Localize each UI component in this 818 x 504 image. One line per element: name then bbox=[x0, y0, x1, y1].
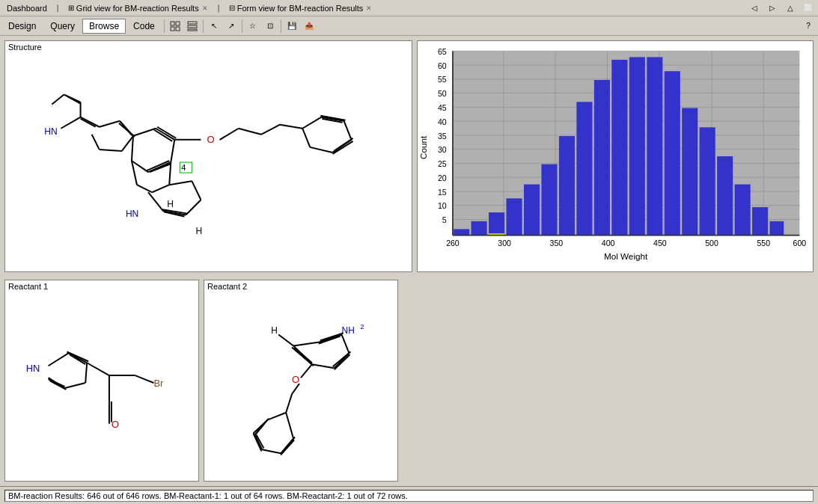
svg-text:45: 45 bbox=[438, 103, 447, 112]
toolbar-sep-2 bbox=[203, 19, 204, 33]
design-menu[interactable]: Design bbox=[1, 19, 43, 34]
svg-text:60: 60 bbox=[438, 61, 447, 70]
svg-text:5: 5 bbox=[442, 215, 447, 224]
svg-rect-91 bbox=[576, 102, 592, 235]
svg-line-42 bbox=[239, 129, 261, 135]
grid-view-tab[interactable]: ⊞ Grid view for BM-reaction Results ✕ bbox=[63, 1, 213, 16]
svg-line-47 bbox=[344, 121, 352, 140]
nav-left-btn[interactable]: ◁ bbox=[746, 1, 763, 16]
save-btn[interactable]: 💾 bbox=[284, 19, 300, 34]
chart-panel: 65 60 55 50 45 40 35 30 25 20 15 10 5 26… bbox=[417, 40, 814, 272]
svg-text:30: 30 bbox=[438, 145, 447, 154]
structure-mol-svg: HN bbox=[5, 53, 412, 271]
pointer-btn[interactable]: ↗ bbox=[223, 19, 239, 34]
dashboard-tab[interactable]: Dashboard bbox=[1, 1, 52, 16]
svg-line-178 bbox=[253, 419, 269, 434]
reactant2-content: H NH 2 bbox=[204, 292, 397, 481]
svg-line-23 bbox=[133, 129, 156, 136]
filter-btn[interactable]: ⊡ bbox=[262, 19, 278, 34]
dashboard-label: Dashboard bbox=[7, 4, 47, 13]
svg-line-38 bbox=[169, 162, 171, 185]
svg-text:O: O bbox=[207, 134, 214, 145]
svg-line-30 bbox=[157, 127, 176, 138]
svg-text:O: O bbox=[112, 419, 119, 430]
export-btn[interactable]: 📤 bbox=[301, 19, 317, 34]
main-content: Structure HN bbox=[0, 36, 818, 486]
code-menu[interactable]: Code bbox=[126, 19, 162, 34]
maximize-btn[interactable]: ⬜ bbox=[800, 1, 817, 16]
svg-line-138 bbox=[50, 381, 67, 390]
svg-line-172 bbox=[286, 413, 293, 439]
svg-line-17 bbox=[122, 136, 133, 151]
reactant2-title: Reactant 2 bbox=[204, 280, 397, 292]
svg-rect-93 bbox=[611, 60, 627, 236]
svg-rect-97 bbox=[682, 108, 698, 235]
svg-line-18 bbox=[100, 150, 122, 151]
svg-text:2: 2 bbox=[360, 323, 364, 331]
svg-line-19 bbox=[92, 135, 100, 150]
svg-line-54 bbox=[332, 141, 352, 154]
bottom-row: Reactant 1 HN bbox=[4, 280, 814, 482]
svg-text:HN: HN bbox=[126, 209, 138, 219]
svg-line-8 bbox=[61, 117, 80, 129]
reactant2-panel: Reactant 2 H NH 2 bbox=[204, 280, 398, 482]
reactant1-content: HN O bbox=[5, 292, 198, 481]
svg-line-166 bbox=[286, 394, 292, 413]
svg-text:10: 10 bbox=[438, 201, 447, 210]
svg-text:55: 55 bbox=[438, 75, 447, 84]
svg-text:550: 550 bbox=[757, 239, 770, 248]
form-view-close-icon[interactable]: ✕ bbox=[366, 4, 372, 12]
svg-line-45 bbox=[302, 117, 321, 129]
svg-line-24 bbox=[156, 129, 174, 140]
svg-rect-84 bbox=[454, 229, 469, 235]
help-btn[interactable]: ? bbox=[800, 19, 817, 34]
browse-menu[interactable]: Browse bbox=[82, 19, 126, 34]
svg-line-139 bbox=[87, 363, 109, 375]
svg-line-9 bbox=[81, 117, 100, 127]
svg-line-43 bbox=[261, 125, 280, 135]
structure-title: Structure bbox=[5, 41, 412, 53]
svg-line-155 bbox=[312, 364, 335, 368]
svg-text:HN: HN bbox=[26, 363, 40, 374]
svg-text:400: 400 bbox=[602, 239, 615, 248]
grid-view-close-icon[interactable]: ✕ bbox=[202, 4, 208, 12]
toolbar-sep-3 bbox=[242, 19, 242, 33]
svg-text:Br: Br bbox=[153, 378, 164, 389]
svg-line-161 bbox=[294, 347, 312, 363]
query-menu[interactable]: Query bbox=[43, 19, 82, 34]
structure-panel: Structure HN bbox=[4, 40, 412, 272]
grid-icon: ⊞ bbox=[68, 4, 74, 12]
reactant1-panel: Reactant 1 HN bbox=[4, 280, 199, 482]
svg-line-152 bbox=[320, 335, 342, 342]
tab-sep-2: ❙ bbox=[216, 4, 222, 12]
svg-rect-87 bbox=[507, 198, 522, 235]
svg-rect-88 bbox=[524, 185, 540, 236]
chart-content: 65 60 55 50 45 40 35 30 25 20 15 10 5 26… bbox=[418, 41, 813, 271]
grid-toggle-btn[interactable] bbox=[167, 19, 183, 34]
svg-line-151 bbox=[293, 342, 320, 345]
svg-text:500: 500 bbox=[705, 239, 718, 248]
svg-line-28 bbox=[132, 136, 133, 161]
form-view-tab[interactable]: ⊟ Form view for BM-reaction Results ✕ bbox=[224, 1, 378, 16]
svg-rect-2 bbox=[171, 27, 174, 31]
svg-line-162 bbox=[292, 347, 314, 366]
svg-text:20: 20 bbox=[438, 173, 447, 182]
svg-line-60 bbox=[169, 181, 192, 185]
svg-text:35: 35 bbox=[438, 132, 447, 141]
svg-line-21 bbox=[119, 123, 135, 137]
svg-text:15: 15 bbox=[438, 188, 447, 197]
svg-line-41 bbox=[220, 129, 239, 140]
cursor-btn[interactable]: ↖ bbox=[206, 19, 222, 34]
svg-rect-99 bbox=[717, 156, 733, 236]
nav-up-btn[interactable]: △ bbox=[782, 1, 799, 16]
svg-line-175 bbox=[281, 440, 294, 455]
form-icon: ⊟ bbox=[229, 4, 235, 12]
nav-right-btn[interactable]: ▷ bbox=[764, 1, 781, 16]
svg-line-49 bbox=[310, 147, 332, 153]
svg-line-165 bbox=[292, 384, 299, 394]
svg-line-12 bbox=[52, 95, 64, 105]
form-toggle-btn[interactable] bbox=[184, 19, 201, 34]
star-btn[interactable]: ☆ bbox=[245, 19, 261, 34]
svg-rect-4 bbox=[188, 22, 197, 24]
svg-line-25 bbox=[171, 140, 174, 162]
